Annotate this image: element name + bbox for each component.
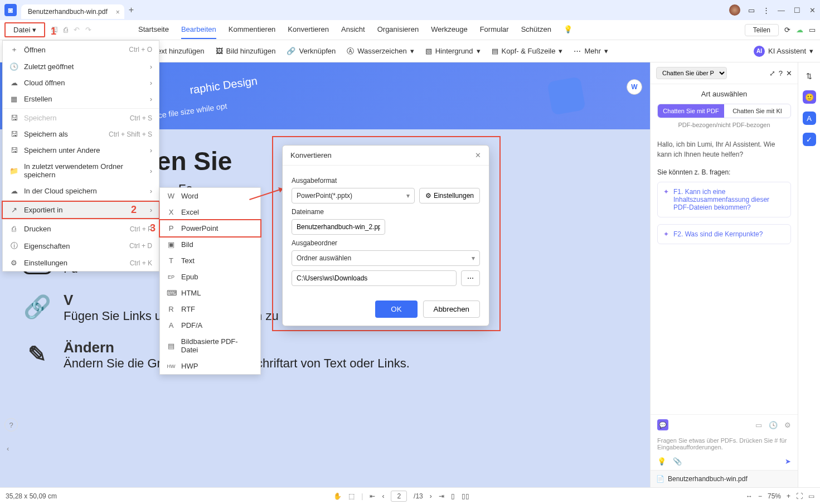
format-settings-button[interactable]: ⚙Einstellungen (419, 188, 480, 203)
last-page-icon[interactable]: ⇥ (439, 492, 444, 500)
word-export-badge[interactable]: W (627, 79, 642, 95)
tab-kommentieren[interactable]: Kommentieren (229, 21, 276, 39)
menu-save-other[interactable]: 🖫Speichern unter Andere› (3, 142, 159, 158)
window-more-icon[interactable]: ⋮ (763, 6, 770, 14)
export-image-pdf[interactable]: ▤Bildbasierte PDF-Datei (160, 333, 260, 358)
document-tab[interactable]: Benutzerhandbuch-win.pdf × (21, 4, 124, 19)
menu-save-as[interactable]: 🖫Speichern alsCtrl + Shift + S (3, 126, 159, 142)
print-icon[interactable]: ⎙ (64, 26, 68, 34)
add-image-button[interactable]: 🖼Bild hinzufügen (216, 47, 276, 55)
tab-ansicht[interactable]: Ansicht (341, 21, 365, 39)
ai-close-icon[interactable]: ✕ (786, 69, 792, 77)
ai-attach-icon[interactable]: 📎 (673, 457, 682, 466)
more-button[interactable]: ⋯Mehr ▾ (574, 47, 608, 55)
ai-chat-icon[interactable]: 💬 (657, 419, 668, 430)
add-text-button[interactable]: ext hinzufügen (157, 47, 205, 55)
ai-tab-pdf[interactable]: Chatten Sie mit PDF (658, 104, 724, 118)
export-html[interactable]: ⌨HTML (160, 285, 260, 301)
menu-properties[interactable]: ⓘEigenschaftenCtrl + D (3, 237, 159, 255)
ai-mode-select[interactable]: Chatten Sie über P (656, 67, 727, 79)
hand-tool-icon[interactable]: ✋ (333, 492, 342, 500)
ai-help-icon[interactable]: ? (779, 69, 783, 77)
user-avatar[interactable] (729, 4, 740, 16)
link-button[interactable]: 🔗Verknüpfen (287, 47, 336, 55)
dialog-cancel-button[interactable]: Abbrechen (423, 301, 480, 318)
fit-width-icon[interactable]: ↔ (746, 492, 753, 500)
fullscreen-icon[interactable]: ⛶ (796, 492, 803, 500)
export-hwp[interactable]: HWHWP (160, 358, 260, 374)
window-minimize-icon[interactable]: — (778, 6, 785, 14)
ai-history-icon[interactable]: 🕓 (769, 421, 778, 429)
settings-icon[interactable]: ▭ (809, 26, 816, 34)
share-button[interactable]: Teilen (745, 24, 779, 36)
tab-formular[interactable]: Formular (480, 21, 509, 39)
rail-adjust-icon[interactable]: ⇅ (803, 69, 816, 83)
watermark-button[interactable]: ⒶWasserzeichen ▾ (347, 46, 414, 56)
cloud-icon[interactable]: ☁ (796, 26, 803, 34)
tab-close-icon[interactable]: × (116, 8, 120, 16)
ai-current-file[interactable]: 📄 Benutzerhandbuch-win.pdf (651, 470, 798, 487)
header-footer-button[interactable]: ▤Kopf- & Fußzeile ▾ (492, 47, 563, 55)
ai-assistant-button[interactable]: AI KI Assistent ▾ (754, 46, 813, 57)
menu-cloud-open[interactable]: ☁Cloud öffnen› (3, 75, 159, 91)
rail-translate-icon[interactable]: A (803, 112, 816, 125)
first-page-icon[interactable]: ⇤ (370, 492, 375, 500)
export-text[interactable]: TText (160, 253, 260, 269)
single-page-icon[interactable]: ▯ (451, 492, 455, 500)
read-mode-icon[interactable]: ▭ (808, 492, 814, 500)
history-icon[interactable]: ⟳ (784, 26, 790, 34)
prev-page-icon[interactable]: ‹ (382, 492, 384, 500)
rail-ai-icon[interactable]: 🙂 (803, 90, 816, 104)
collapse-left-icon[interactable]: ‹ (7, 444, 9, 453)
tab-organisieren[interactable]: Organisieren (377, 21, 419, 39)
export-image[interactable]: ▣Bild (160, 236, 260, 253)
format-select[interactable]: PowerPoint(*.pptx)▾ (292, 188, 415, 203)
export-excel[interactable]: XExcel (160, 204, 260, 220)
file-menu-button[interactable]: Datei ▾ 1 (4, 22, 45, 37)
ai-tab-ki[interactable]: Chatten Sie mit KI (724, 104, 790, 118)
background-button[interactable]: ▧Hintergrund ▾ (425, 47, 481, 55)
menu-settings[interactable]: ⚙EinstellungenCtrl + K (3, 255, 159, 271)
menu-print[interactable]: ⎙DruckenCtrl + P (3, 221, 159, 237)
filename-input[interactable] (292, 219, 385, 235)
ai-expand-icon[interactable]: ⤢ (769, 69, 775, 77)
folder-path-input[interactable] (292, 270, 457, 286)
rail-check-icon[interactable]: ✓ (803, 133, 816, 146)
window-maximize-icon[interactable]: ☐ (794, 6, 800, 14)
tab-werkzeuge[interactable]: Werkzeuge (431, 21, 468, 39)
undo-icon[interactable]: ↶ (74, 26, 80, 34)
folder-select[interactable]: Ordner auswählen▾ (292, 250, 480, 266)
export-rtf[interactable]: RRTF (160, 301, 260, 317)
ai-suggestion-2[interactable]: F2. Was sind die Kernpunkte? (657, 224, 791, 244)
menu-recent[interactable]: 🕓Zuletzt geöffnet› (3, 59, 159, 75)
ai-suggestion-1[interactable]: F1. Kann ich eine Inhaltszusammenfassung… (657, 182, 791, 217)
dialog-close-icon[interactable]: ✕ (475, 151, 481, 159)
menu-export[interactable]: ↗Exportiert in2› (2, 201, 160, 219)
browse-folder-button[interactable]: ⋯ (461, 270, 480, 286)
ai-send-icon[interactable]: ➤ (785, 457, 791, 466)
tab-schuetzen[interactable]: Schützen (521, 21, 551, 39)
menu-create[interactable]: ▦Erstellen› (3, 91, 159, 107)
ai-settings-icon[interactable]: ⚙ (784, 421, 791, 429)
ai-input-placeholder[interactable]: Fragen Sie etwas über PDFs. Drücken Sie … (657, 434, 791, 454)
export-word[interactable]: WWord (160, 188, 260, 204)
menu-save-cloud[interactable]: ☁In der Cloud speichern› (3, 183, 159, 199)
select-tool-icon[interactable]: ⬚ (348, 492, 355, 500)
ai-idea-icon[interactable]: 💡 (657, 457, 666, 466)
export-epub[interactable]: EPEpub (160, 269, 260, 285)
window-close-icon[interactable]: ✕ (809, 6, 816, 14)
zoom-level[interactable]: 75% (768, 492, 781, 500)
help-button[interactable]: ? (4, 418, 18, 432)
current-page[interactable]: 2 (397, 492, 401, 500)
menu-open[interactable]: ＋ÖffnenCtrl + O (3, 41, 159, 59)
zoom-in-icon[interactable]: + (787, 492, 790, 500)
ai-action-icon-1[interactable]: ▭ (755, 421, 762, 429)
tab-startseite[interactable]: Startseite (138, 21, 169, 39)
dialog-ok-button[interactable]: OK (375, 301, 417, 318)
new-tab-button[interactable]: + (129, 5, 134, 15)
export-pdfa[interactable]: APDF/A (160, 317, 260, 333)
export-powerpoint[interactable]: 3PPowerPoint (159, 219, 261, 238)
tab-lightbulb-icon[interactable]: 💡 (564, 21, 572, 39)
zoom-out-icon[interactable]: − (758, 492, 762, 500)
redo-icon[interactable]: ↷ (85, 26, 91, 34)
